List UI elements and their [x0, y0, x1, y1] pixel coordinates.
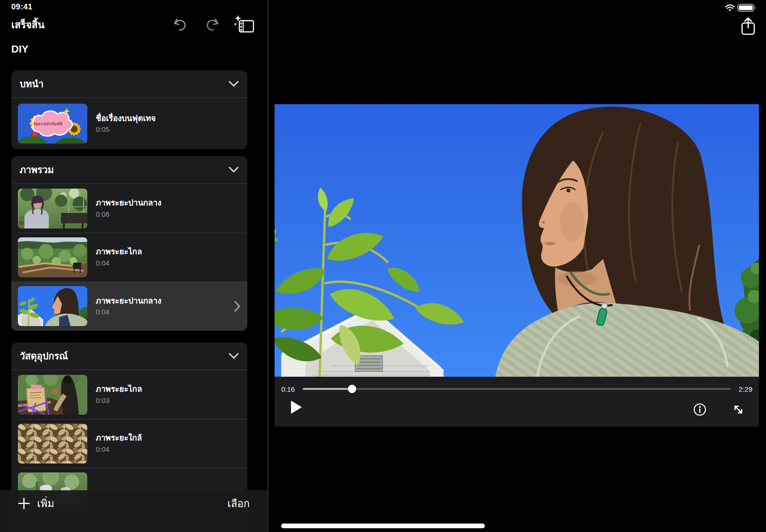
- chevron-down-icon: [229, 167, 239, 173]
- list-item-medium-shot-1[interactable]: ภาพระยะปานกลาง 0:06: [11, 184, 247, 233]
- section-header-intro[interactable]: บทนำ: [11, 70, 247, 98]
- fullscreen-button[interactable]: [733, 404, 744, 415]
- scrubber-track[interactable]: [303, 388, 731, 390]
- list-item-medium-shot-selected[interactable]: ภาพระยะปานกลาง 0:04: [11, 281, 247, 331]
- bottom-toolbar: เพิ่ม เลือก: [0, 490, 268, 532]
- info-button[interactable]: [693, 403, 706, 416]
- current-time: 0:16: [281, 385, 297, 393]
- home-indicator[interactable]: [281, 524, 485, 528]
- section-title: บทนำ: [20, 76, 44, 91]
- thumbnail-sunflower-seeds: [18, 424, 87, 464]
- status-time: 09:41: [11, 2, 32, 12]
- section-card-overview: ภาพรวม: [11, 156, 247, 331]
- list-item-title-clip[interactable]: ข้อความหัวเรื่องที่นี่ ชื่อเรื่องบนฟุตเท…: [11, 98, 247, 149]
- magic-filmstrip-button[interactable]: [234, 14, 255, 35]
- thumbnail-title-sunflowers: ข้อความหัวเรื่องที่นี่: [18, 104, 87, 144]
- chevron-down-icon: [229, 81, 239, 87]
- add-button[interactable]: เพิ่ม: [18, 495, 54, 512]
- play-button[interactable]: [290, 400, 302, 414]
- clip-duration: 0:04: [96, 308, 230, 316]
- section-title: ภาพรวม: [20, 162, 54, 177]
- thumbnail-garden-sign: [18, 375, 87, 415]
- project-title: DIY: [11, 43, 29, 55]
- clip-duration: 0:03: [96, 396, 241, 404]
- total-time: 2:29: [736, 385, 752, 393]
- undo-button[interactable]: [172, 18, 188, 32]
- wifi-icon: [725, 4, 735, 12]
- clip-label: ชื่อเรื่องบนฟุตเทจ: [96, 114, 241, 123]
- clip-duration: 0:04: [96, 259, 241, 267]
- progress-fill: [303, 388, 352, 390]
- share-button[interactable]: [741, 17, 756, 36]
- section-title: วัสดุอุปกรณ์: [20, 349, 68, 364]
- battery-icon: [737, 4, 757, 12]
- clip-label: ภาพระยะปานกลาง: [96, 296, 230, 306]
- player-controls: 0:16 2:29: [275, 377, 759, 426]
- thumbnail-girl-garden: [18, 189, 87, 228]
- thumbnail-garden-beds: [18, 237, 87, 277]
- section-header-overview[interactable]: ภาพรวม: [11, 156, 247, 184]
- clip-duration: 0:04: [96, 445, 241, 453]
- clip-label: ภาพระยะใกล้: [96, 433, 241, 443]
- clip-duration: 0:06: [96, 210, 241, 218]
- thumbnail-woman-sky: [18, 286, 87, 326]
- chevron-down-icon: [229, 353, 239, 359]
- plus-icon: [18, 497, 30, 509]
- clip-label: ภาพระยะไกล: [96, 247, 241, 257]
- thumbnail-title-text: ข้อความหัวเรื่องที่นี่: [31, 116, 65, 131]
- done-button[interactable]: เสร็จสิ้น: [11, 17, 45, 32]
- scrubber-knob[interactable]: [348, 385, 356, 393]
- add-label: เพิ่ม: [37, 495, 54, 512]
- select-button[interactable]: เลือก: [227, 495, 250, 512]
- list-item-closeup[interactable]: ภาพระยะใกล้ 0:04: [11, 419, 247, 468]
- section-header-materials[interactable]: วัสดุอุปกรณ์: [11, 342, 247, 370]
- clip-label: ภาพระยะปานกลาง: [96, 198, 241, 208]
- sidebar-divider: [268, 0, 268, 532]
- video-preview[interactable]: [275, 104, 759, 377]
- chevron-right-icon: [234, 301, 241, 312]
- clip-label: ภาพระยะไกล: [96, 385, 241, 394]
- redo-button[interactable]: [205, 18, 221, 32]
- section-card-intro: บทนำ: [11, 70, 247, 149]
- clip-duration: 0:05: [96, 125, 241, 133]
- list-item-long-shot-2[interactable]: ภาพระยะไกล 0:03: [11, 370, 247, 419]
- list-item-long-shot-1[interactable]: ภาพระยะไกล 0:04: [11, 233, 247, 281]
